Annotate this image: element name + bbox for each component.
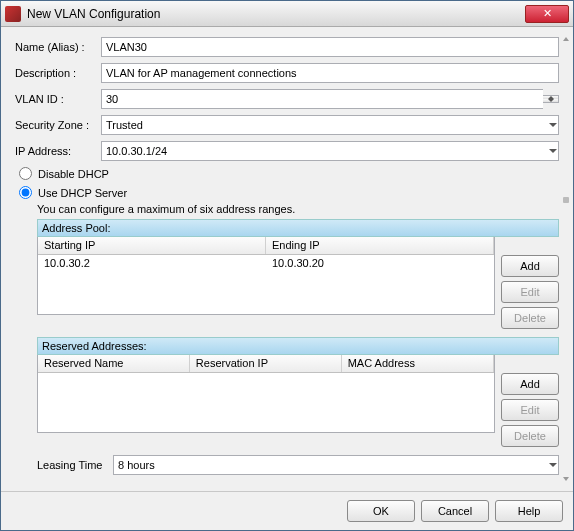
address-pool-add-button[interactable]: Add [501,255,559,277]
disable-dhcp-radio[interactable] [19,167,32,180]
dialog-footer: OK Cancel Help [1,491,573,530]
leasing-time-label: Leasing Time [37,459,113,471]
vlan-id-input[interactable] [101,89,543,109]
cancel-button[interactable]: Cancel [421,500,489,522]
scroll-thumb[interactable] [563,197,569,203]
reserved-col-name[interactable]: Reserved Name [38,355,190,372]
address-pool-col-start[interactable]: Starting IP [38,237,266,254]
titlebar: New VLAN Configuration ✕ [1,1,573,27]
use-dhcp-label: Use DHCP Server [38,187,127,199]
close-icon: ✕ [543,7,552,20]
name-label: Name (Alias) : [15,41,101,53]
vlan-id-label: VLAN ID : [15,93,101,105]
scroll-down-icon [563,477,569,481]
address-pool-edit-button[interactable]: Edit [501,281,559,303]
ip-address-select[interactable] [101,141,559,161]
disable-dhcp-label: Disable DHCP [38,168,109,180]
security-zone-label: Security Zone : [15,119,101,131]
address-pool-delete-button[interactable]: Delete [501,307,559,329]
reserved-col-mac[interactable]: MAC Address [342,355,494,372]
close-button[interactable]: ✕ [525,5,569,23]
ip-address-label: IP Address: [15,145,101,157]
security-zone-select[interactable] [101,115,559,135]
address-pool-table: Starting IP Ending IP 10.0.30.2 10.0.30.… [37,237,495,315]
ok-button[interactable]: OK [347,500,415,522]
scrollbar[interactable] [563,37,569,481]
description-label: Description : [15,67,101,79]
reserved-addresses-header: Reserved Addresses: [37,337,559,355]
address-pool-start-cell: 10.0.30.2 [38,255,266,273]
window-title: New VLAN Configuration [27,7,525,21]
spinner-down-icon[interactable] [543,99,558,102]
content-area: Name (Alias) : Description : VLAN ID : S… [1,27,573,491]
table-row[interactable]: 10.0.30.2 10.0.30.20 [38,255,494,273]
reserved-add-button[interactable]: Add [501,373,559,395]
scroll-up-icon [563,37,569,41]
address-pool-col-end[interactable]: Ending IP [266,237,494,254]
reserved-edit-button[interactable]: Edit [501,399,559,421]
leasing-time-select[interactable] [113,455,559,475]
help-button[interactable]: Help [495,500,563,522]
app-icon [5,6,21,22]
reserved-addresses-table: Reserved Name Reservation IP MAC Address [37,355,495,433]
use-dhcp-radio[interactable] [19,186,32,199]
reserved-delete-button[interactable]: Delete [501,425,559,447]
address-pool-end-cell: 10.0.30.20 [266,255,494,273]
description-input[interactable] [101,63,559,83]
address-pool-header: Address Pool: [37,219,559,237]
name-input[interactable] [101,37,559,57]
reserved-col-ip[interactable]: Reservation IP [190,355,342,372]
vlan-id-spinner[interactable] [543,95,559,103]
dhcp-hint: You can configure a maximum of six addre… [37,203,559,215]
dialog-window: New VLAN Configuration ✕ Name (Alias) : … [0,0,574,531]
